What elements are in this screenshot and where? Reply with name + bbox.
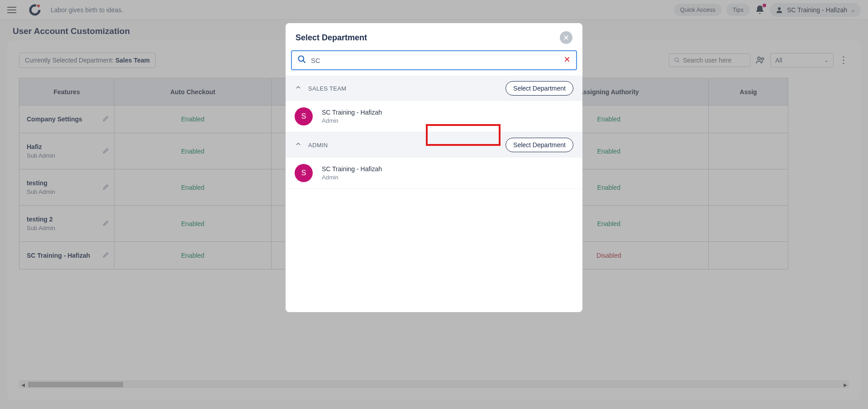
member-row[interactable]: SSC Training - HafizahAdmin [286,101,582,132]
avatar: S [295,107,313,125]
group-name: SALES TEAM [308,85,346,92]
close-icon [563,56,571,63]
modal-body: SALES TEAMSelect DepartmentSSC Training … [286,76,582,312]
chevron-up-icon[interactable] [295,140,302,149]
modal-title: Select Department [296,33,367,43]
select-department-modal: Select Department SALES TEAMSelect Depar… [286,23,582,312]
clear-search-button[interactable] [563,56,571,65]
member-role: Admin [322,174,382,181]
select-department-button[interactable]: Select Department [506,81,573,96]
svg-line-13 [303,61,305,63]
search-icon [297,55,306,66]
member-row[interactable]: SSC Training - HafizahAdmin [286,158,582,189]
close-icon [563,34,569,41]
member-name: SC Training - Hafizah [322,165,382,173]
avatar: S [295,164,313,182]
group-name: ADMIN [308,142,328,149]
chevron-up-icon[interactable] [295,84,302,93]
close-modal-button[interactable] [560,31,572,44]
department-group-header: SALES TEAMSelect Department [286,76,582,101]
svg-point-12 [299,56,304,62]
department-group-header: ADMINSelect Department [286,132,582,158]
member-role: Admin [322,117,382,124]
member-name: SC Training - Hafizah [322,109,382,116]
modal-search-input[interactable] [311,57,559,64]
select-department-button[interactable]: Select Department [506,138,573,152]
modal-search-field[interactable] [291,50,577,70]
